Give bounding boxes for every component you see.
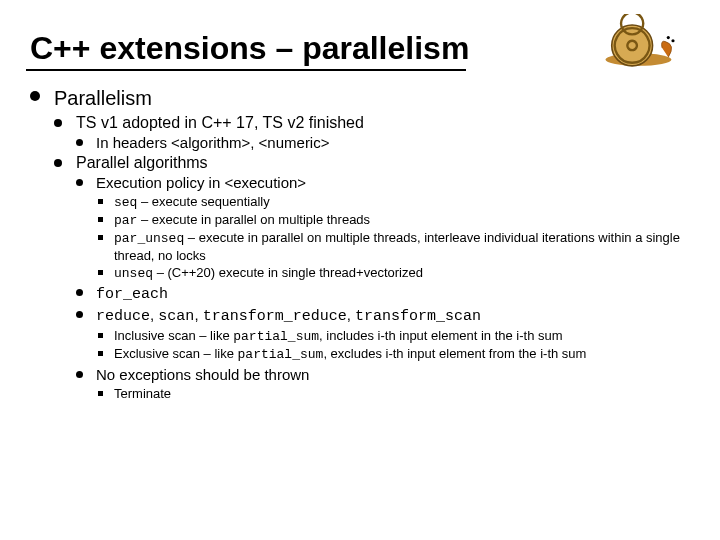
svg-point-2 [671,39,674,42]
code: par_unseq [114,231,184,246]
code: partial_sum [238,347,324,362]
code: seq [114,195,137,210]
title-underline [26,69,466,71]
text: Parallelism [54,87,152,109]
bullet-execution-policy: Execution policy in <execution> seq – ex… [76,174,690,282]
post: , includes i-th input element in the i-t… [319,328,563,343]
desc: – execute in parallel on multiple thread… [114,230,680,262]
bullet-headers: In headers <algorithm>, <numeric> [76,134,690,152]
text: In headers <algorithm>, <numeric> [96,134,329,151]
desc: – execute in parallel on multiple thread… [137,212,370,227]
sep: , [347,306,355,323]
svg-point-1 [667,36,670,39]
policy-seq: seq – execute sequentially [96,194,690,211]
scan-inclusive: Inclusive scan – like partial_sum, inclu… [96,328,690,345]
policy-par-unseq: par_unseq – execute in parallel on multi… [96,230,690,264]
policy-unseq: unseq – (C++20) execute in single thread… [96,265,690,282]
text: Terminate [114,386,171,401]
text: Parallel algorithms [76,154,208,171]
text: Execution policy in <execution> [96,174,306,191]
code: partial_sum [233,329,319,344]
text: No exceptions should be thrown [96,366,309,383]
text: TS v1 adopted in C++ 17, TS v2 finished [76,114,364,131]
slide-title: C++ extensions – parallelism [30,30,690,67]
bullet-parallel-algorithms: Parallel algorithms Execution policy in … [54,154,690,402]
pre: Inclusive scan – like [114,328,233,343]
bullet-parallelism: Parallelism TS v1 adopted in C++ 17, TS … [30,87,690,402]
bullet-alg-list: reduce, scan, transform_reduce, transfor… [76,306,690,364]
code: unseq [114,266,153,281]
code: for_each [96,286,168,303]
desc: – execute sequentially [137,194,269,209]
code: transform_reduce [203,308,347,325]
code: transform_scan [355,308,481,325]
pre: Exclusive scan – like [114,346,238,361]
code: reduce [96,308,150,325]
post: , excludes i-th input element from the i… [323,346,586,361]
bullet-ts-adopted: TS v1 adopted in C++ 17, TS v2 finished … [54,114,690,152]
snail-icon [600,14,680,73]
code: scan [158,308,194,325]
code: par [114,213,137,228]
policy-par: par – execute in parallel on multiple th… [96,212,690,229]
bullet-terminate: Terminate [96,386,690,402]
bullet-for-each: for_each [76,284,690,304]
bullet-no-exceptions: No exceptions should be thrown Terminate [76,366,690,402]
desc: – (C++20) execute in single thread+vecto… [153,265,423,280]
scan-exclusive: Exclusive scan – like partial_sum, exclu… [96,346,690,363]
sep: , [194,306,202,323]
svg-point-3 [612,25,653,66]
